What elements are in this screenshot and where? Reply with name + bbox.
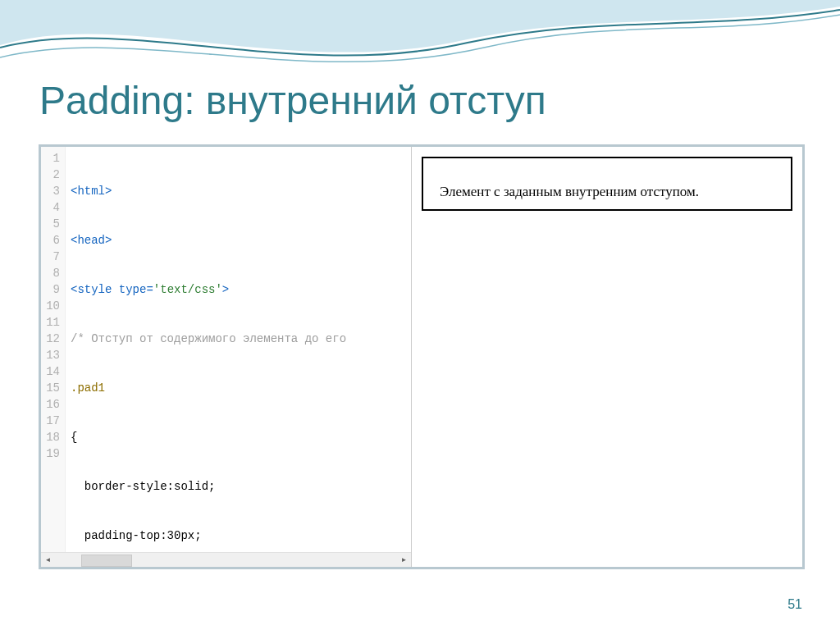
scroll-track[interactable] (55, 553, 397, 567)
slide-title: Padding: внутренний отступ (39, 78, 546, 123)
code-line: /* Отступ от содержимого элемента до его (71, 332, 346, 345)
content-frame: 12345678910111213141516171819 <html> <he… (39, 144, 805, 569)
preview-padded-box: Элемент с заданным внутренним отступом. (422, 157, 792, 211)
code-line: border-style:solid; (71, 480, 215, 493)
code-line: <html> (71, 185, 112, 198)
decorative-wave (0, 0, 840, 86)
code-line: <head> (71, 234, 112, 247)
code-content[interactable]: <html> <head> <style type='text/css'> /*… (66, 147, 346, 552)
code-line: .pad1 (71, 381, 105, 395)
code-line: padding-top:30px; (71, 529, 202, 542)
code-editor[interactable]: 12345678910111213141516171819 <html> <he… (41, 147, 412, 567)
line-gutter: 12345678910111213141516171819 (41, 147, 66, 552)
page-number: 51 (788, 597, 802, 612)
code-line: { (71, 431, 77, 444)
scroll-left-button[interactable]: ◄ (41, 553, 55, 567)
scroll-thumb[interactable] (81, 555, 132, 567)
horizontal-scrollbar[interactable]: ◄ ► (41, 552, 411, 567)
preview-panel: Элемент с заданным внутренним отступом. (412, 147, 802, 567)
scroll-right-button[interactable]: ► (397, 553, 411, 567)
code-line: <style (71, 283, 119, 296)
